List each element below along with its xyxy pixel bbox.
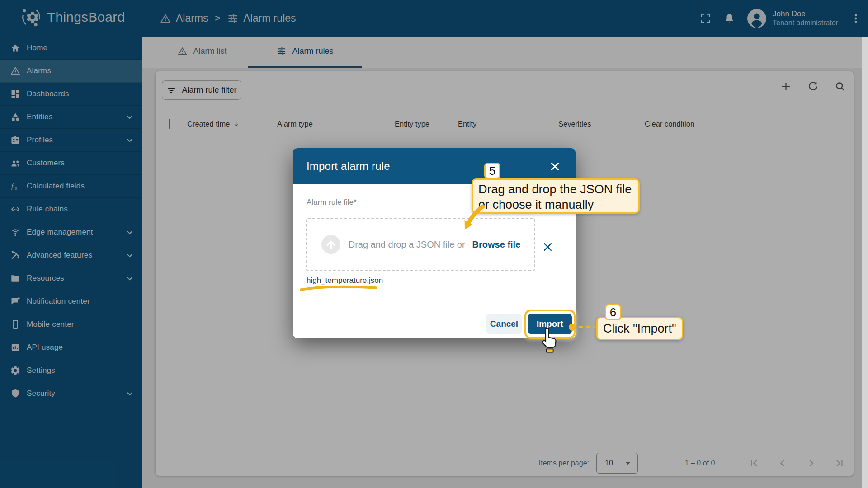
cloud-upload-icon [321,234,341,255]
thingsboard-app: ThingsBoard Alarms > Alarm rules [0,0,868,488]
file-dropzone[interactable]: Drag and drop a JSON file or Browse file [306,218,535,271]
selected-file-name: high_temperature.json [307,276,383,285]
close-icon[interactable] [549,160,561,173]
import-alarm-rule-dialog: Import alarm rule Alarm rule file* Drag … [293,148,576,338]
connector-dashed-line [579,326,598,328]
clear-file-icon[interactable] [538,237,557,257]
connector-dot [569,324,576,331]
window-scrollbar[interactable] [862,37,868,488]
click-cursor-icon [542,327,559,353]
cancel-button[interactable]: Cancel [486,314,522,334]
step-5-callout: Drag and drop the JSON file or choose it… [472,178,640,214]
tutorial-underline-mark [299,284,379,291]
dropzone-text: Drag and drop a JSON file or [349,239,465,250]
step-6-badge: 6 [605,304,621,320]
tutorial-arrow-icon [461,204,486,232]
browse-file-link[interactable]: Browse file [472,239,521,250]
dialog-title: Import alarm rule [307,160,390,173]
step-5-badge: 5 [484,163,500,179]
file-field-label: Alarm rule file* [307,198,357,207]
